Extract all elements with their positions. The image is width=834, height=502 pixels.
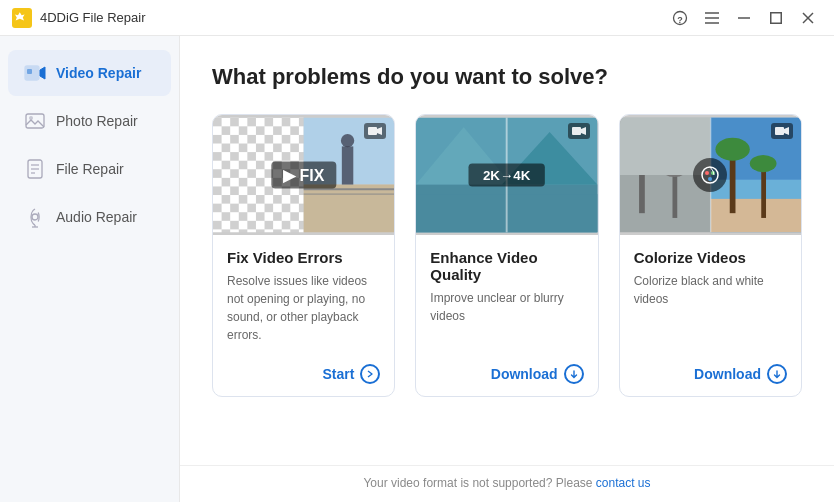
content-wrapper: What problems do you want to solve?	[180, 36, 834, 502]
download-label-colorize: Download	[694, 366, 761, 382]
svg-point-62	[705, 171, 709, 175]
card-title-colorize: Colorize Videos	[634, 249, 787, 266]
svg-marker-45	[581, 127, 586, 135]
app-icon	[12, 8, 32, 28]
close-button[interactable]	[794, 4, 822, 32]
sidebar-item-video-repair[interactable]: Video Repair	[8, 50, 171, 96]
cards-container: ▶ FIX Fix Video Errors Resolve issues li…	[212, 114, 802, 397]
maximize-button[interactable]	[762, 4, 790, 32]
minimize-button[interactable]	[730, 4, 758, 32]
svg-marker-66	[784, 127, 789, 135]
sidebar-label-video-repair: Video Repair	[56, 65, 141, 81]
footer-text: Your video format is not supported? Plea…	[363, 476, 595, 490]
svg-marker-35	[377, 127, 382, 135]
audio-repair-icon	[24, 206, 46, 228]
svg-point-64	[708, 177, 712, 181]
titlebar: 4DDiG File Repair ?	[0, 0, 834, 36]
svg-rect-65	[775, 127, 784, 135]
svg-rect-34	[368, 127, 377, 135]
card-title-enhance: Enhance Video Quality	[430, 249, 583, 283]
start-button[interactable]: Start	[322, 364, 380, 384]
svg-rect-8	[771, 12, 782, 23]
card-action-colorize: Download	[620, 354, 801, 396]
svg-point-57	[715, 138, 749, 161]
card-desc-fix-video: Resolve issues like videos not opening o…	[227, 272, 380, 344]
svg-point-31	[341, 134, 354, 147]
svg-rect-54	[710, 194, 801, 232]
svg-rect-49	[672, 170, 677, 218]
svg-rect-13	[27, 69, 32, 74]
start-arrow-icon	[360, 364, 380, 384]
svg-rect-44	[572, 127, 581, 135]
svg-point-59	[749, 155, 776, 172]
main-layout: Video Repair Photo Repair	[0, 36, 834, 502]
card-image-fix-video: ▶ FIX	[213, 115, 394, 235]
svg-text:2K→4K: 2K→4K	[483, 168, 531, 183]
card-desc-enhance: Improve unclear or blurry videos	[430, 289, 583, 344]
sidebar: Video Repair Photo Repair	[0, 36, 180, 502]
svg-text:?: ?	[677, 14, 683, 24]
footer: Your video format is not supported? Plea…	[180, 465, 834, 502]
download-label-enhance: Download	[491, 366, 558, 382]
card-title-fix-video: Fix Video Errors	[227, 249, 380, 266]
card-body-colorize: Colorize Videos Colorize black and white…	[620, 235, 801, 354]
card-body-enhance: Enhance Video Quality Improve unclear or…	[416, 235, 597, 354]
card-action-fix-video: Start	[213, 354, 394, 396]
fix-video-overlay-label: ▶ FIX	[271, 162, 336, 189]
sidebar-label-file-repair: File Repair	[56, 161, 124, 177]
svg-rect-58	[761, 165, 766, 217]
card-fix-video-errors: ▶ FIX Fix Video Errors Resolve issues li…	[212, 114, 395, 397]
start-label: Start	[322, 366, 354, 382]
download-button-colorize[interactable]: Download	[694, 364, 787, 384]
contact-us-link[interactable]: contact us	[596, 476, 651, 490]
svg-rect-14	[26, 114, 44, 128]
video-camera-icon-3	[771, 123, 793, 139]
menu-button[interactable]	[698, 4, 726, 32]
svg-point-20	[32, 214, 38, 220]
colorize-palette-icon	[693, 158, 727, 192]
card-colorize-videos: Colorize Videos Colorize black and white…	[619, 114, 802, 397]
content-area: What problems do you want to solve?	[180, 36, 834, 465]
card-enhance-video-quality: 2K→4K Enhance Video Quality Improve uncl…	[415, 114, 598, 397]
svg-marker-12	[40, 67, 45, 79]
file-repair-icon	[24, 158, 46, 180]
sidebar-label-audio-repair: Audio Repair	[56, 209, 137, 225]
sidebar-label-photo-repair: Photo Repair	[56, 113, 138, 129]
video-camera-icon-1	[364, 123, 386, 139]
video-repair-icon	[24, 62, 46, 84]
card-body-fix-video: Fix Video Errors Resolve issues like vid…	[213, 235, 394, 354]
video-camera-icon-2	[568, 123, 590, 139]
sidebar-item-audio-repair[interactable]: Audio Repair	[8, 194, 171, 240]
titlebar-controls: ?	[666, 4, 822, 32]
card-image-enhance: 2K→4K	[416, 115, 597, 235]
download-arrow-icon-enhance	[564, 364, 584, 384]
card-action-enhance: Download	[416, 354, 597, 396]
titlebar-left: 4DDiG File Repair	[12, 8, 145, 28]
svg-rect-29	[304, 185, 395, 233]
sidebar-item-file-repair[interactable]: File Repair	[8, 146, 171, 192]
svg-rect-30	[342, 146, 353, 184]
photo-repair-icon	[24, 110, 46, 132]
card-desc-colorize: Colorize black and white videos	[634, 272, 787, 344]
download-arrow-icon-colorize	[767, 364, 787, 384]
app-title: 4DDiG File Repair	[40, 10, 145, 25]
card-image-colorize	[620, 115, 801, 235]
sidebar-item-photo-repair[interactable]: Photo Repair	[8, 98, 171, 144]
download-button-enhance[interactable]: Download	[491, 364, 584, 384]
page-heading: What problems do you want to solve?	[212, 64, 802, 90]
help-button[interactable]: ?	[666, 4, 694, 32]
